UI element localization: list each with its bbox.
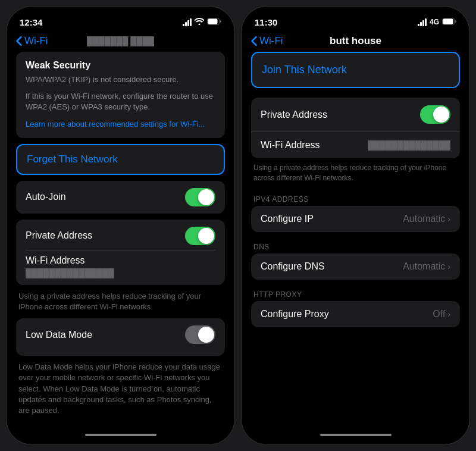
low-data-label: Low Data Mode [26, 330, 92, 340]
right-battery-icon [442, 18, 456, 27]
configure-ip-chevron: › [447, 214, 450, 224]
left-private-address-section: Private Address Wi-Fi Address ██████████… [16, 220, 225, 285]
right-home-bar [320, 434, 392, 436]
right-network-label: 4G [430, 18, 439, 26]
right-private-address-row: Private Address [251, 98, 460, 131]
learn-more-link[interactable]: Learn more about recommended settings fo… [26, 119, 215, 130]
configure-dns-right: Automatic › [403, 261, 450, 272]
ipv4-header: IPV4 ADDRESS [251, 189, 460, 206]
svg-rect-3 [443, 18, 453, 24]
auto-join-toggle[interactable] [185, 188, 215, 206]
left-private-address-label: Private Address [26, 230, 92, 241]
forget-network-button[interactable]: Forget This Network [16, 144, 225, 175]
left-content: Weak Security WPA/WPA2 (TKIP) is not con… [7, 52, 234, 430]
right-nav-bar: Wi-Fi butt house [242, 33, 469, 52]
low-data-toggle[interactable] [185, 325, 215, 344]
left-phone: 12:34 [6, 6, 235, 445]
configure-ip-value: Automatic [403, 214, 445, 224]
weak-security-title: Weak Security [26, 60, 215, 71]
right-private-section: Private Address Wi-Fi Address ██████████… [251, 98, 460, 158]
low-data-row: Low Data Mode [26, 325, 215, 344]
left-back-button[interactable]: Wi-Fi [16, 35, 48, 47]
left-back-label: Wi-Fi [24, 35, 48, 47]
wifi-icon [195, 18, 204, 27]
dns-section: Configure DNS Automatic › [251, 253, 460, 280]
configure-ip-right: Automatic › [403, 214, 450, 224]
dns-header: DNS [251, 237, 460, 253]
weak-security-body1: WPA/WPA2 (TKIP) is not considered secure… [26, 74, 215, 85]
right-wifi-address-row: Wi-Fi Address ██████████████ [251, 131, 460, 158]
left-status-bar: 12:34 [7, 7, 234, 33]
left-status-icons [183, 18, 221, 27]
ipv4-section: Configure IP Automatic › [251, 206, 460, 232]
left-wifi-address-value: ███████████████ [26, 268, 215, 278]
right-time: 11:30 [255, 17, 277, 27]
right-status-bar: 11:30 4G [242, 7, 469, 33]
left-wifi-address-row: Wi-Fi Address ███████████████ [26, 250, 215, 278]
right-phone: 11:30 4G [241, 6, 470, 445]
right-private-address-label: Private Address [261, 109, 327, 120]
battery-icon [207, 18, 221, 27]
phones-container: 12:34 [0, 0, 476, 451]
right-back-label: Wi-Fi [259, 35, 283, 47]
weak-security-body2: If this is your Wi-Fi network, configure… [26, 91, 215, 112]
configure-proxy-row[interactable]: Configure Proxy Off › [251, 301, 460, 327]
configure-proxy-label: Configure Proxy [261, 309, 329, 320]
right-wifi-address-label: Wi-Fi Address [261, 140, 320, 151]
configure-dns-chevron: › [447, 262, 450, 271]
low-data-helper: Low Data Mode helps your iPhone reduce y… [16, 362, 225, 416]
left-home-indicator [7, 430, 234, 444]
left-nav-title: ███████ ████ [87, 36, 154, 46]
low-data-section: Low Data Mode [16, 318, 225, 356]
right-nav-title: butt house [330, 35, 381, 47]
svg-rect-1 [208, 18, 218, 24]
right-signal-icon [418, 18, 427, 26]
configure-dns-label: Configure DNS [261, 261, 325, 272]
left-wifi-address-label: Wi-Fi Address [26, 255, 215, 266]
left-private-address-row: Private Address [26, 227, 215, 245]
left-nav-bar: Wi-Fi ███████ ████ [7, 33, 234, 52]
configure-dns-value: Automatic [403, 261, 445, 272]
configure-dns-row[interactable]: Configure DNS Automatic › [251, 253, 460, 280]
left-private-helper: Using a private address helps reduce tra… [16, 291, 225, 312]
configure-proxy-chevron: › [447, 309, 450, 319]
http-proxy-header: HTTP PROXY [251, 284, 460, 301]
http-proxy-section: Configure Proxy Off › [251, 301, 460, 327]
right-home-indicator [242, 430, 469, 444]
join-network-button[interactable]: Join This Network [251, 52, 460, 88]
auto-join-row: Auto-Join [16, 181, 225, 214]
right-back-button[interactable]: Wi-Fi [251, 35, 283, 47]
signal-icon [183, 18, 192, 26]
right-content: Join This Network Private Address Wi-Fi … [242, 52, 469, 430]
auto-join-label: Auto-Join [26, 192, 66, 202]
weak-security-card: Weak Security WPA/WPA2 (TKIP) is not con… [16, 52, 225, 138]
right-wifi-address-value: ██████████████ [368, 140, 450, 150]
configure-proxy-value: Off [433, 309, 445, 320]
right-status-icons: 4G [418, 18, 456, 27]
left-time: 12:34 [20, 17, 42, 27]
right-private-address-toggle[interactable] [420, 105, 450, 124]
configure-proxy-right: Off › [433, 309, 450, 320]
configure-ip-row[interactable]: Configure IP Automatic › [251, 206, 460, 232]
configure-ip-label: Configure IP [261, 214, 314, 224]
right-private-helper: Using a private address helps reduce tra… [251, 163, 460, 189]
left-home-bar [85, 434, 156, 436]
left-private-address-toggle[interactable] [185, 227, 215, 245]
